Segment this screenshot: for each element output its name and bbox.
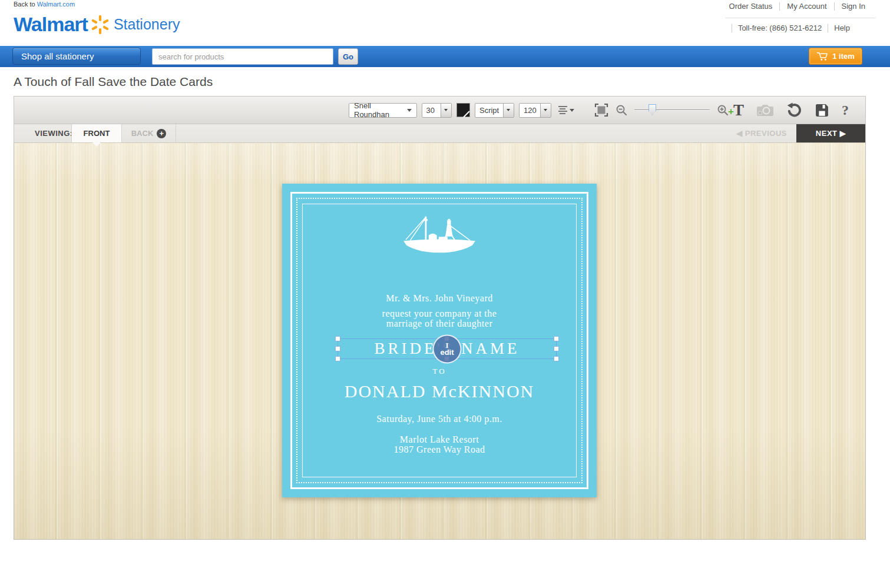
- font-size-value: 30: [426, 106, 441, 115]
- divider: [828, 24, 828, 32]
- leading-value: 120: [524, 106, 540, 115]
- my-account-link[interactable]: My Account: [780, 2, 833, 11]
- align-center-icon: [558, 106, 567, 114]
- fit-icon: [594, 103, 608, 117]
- card-venue-name[interactable]: Marlot Lake Resort: [282, 434, 597, 445]
- header-support-links: Toll-free: (866) 521-6212 Help: [732, 24, 850, 32]
- save-button[interactable]: [815, 103, 829, 118]
- header-account-links: Order Status My Account Sign In: [722, 2, 872, 11]
- zoom-slider-handle[interactable]: [649, 104, 656, 115]
- back-prefix: Back to: [14, 1, 35, 8]
- search-input[interactable]: [152, 48, 333, 65]
- card-hosts-line[interactable]: Mr. & Mrs. John Vineyard: [282, 293, 597, 304]
- zoom-out-button[interactable]: [616, 104, 627, 116]
- zoom-controls: [594, 103, 729, 117]
- card-invite-line-2[interactable]: marriage of their daughter: [282, 318, 597, 329]
- help-link[interactable]: Help: [834, 24, 850, 32]
- font-style-dropdown-button[interactable]: [503, 104, 514, 117]
- walmart-stationery-editor: Back to Walmart.com Walmart Stationery O…: [0, 0, 890, 588]
- font-family-select[interactable]: Snell Roundhan: [349, 103, 417, 118]
- cart-button[interactable]: 1 item: [809, 48, 862, 65]
- search-area: Go: [152, 48, 358, 65]
- selection-handle[interactable]: [335, 336, 340, 341]
- divider: [732, 24, 732, 32]
- undo-icon: [786, 102, 802, 118]
- viewing-bar: VIEWING: FRONT BACK + ◀ PREVIOUS NEXT ▶: [14, 124, 866, 142]
- card-invite-line-1[interactable]: request your company at the: [282, 308, 597, 319]
- next-label: NEXT: [816, 129, 838, 138]
- chevron-down-icon: [507, 109, 510, 111]
- sign-in-link[interactable]: Sign In: [835, 2, 872, 11]
- next-arrow-icon: ▶: [840, 129, 846, 138]
- font-color-swatch[interactable]: [456, 103, 470, 117]
- zoom-out-icon: [616, 104, 627, 116]
- next-button[interactable]: NEXT ▶: [796, 124, 865, 142]
- tab-back-label: BACK: [131, 129, 154, 138]
- search-go-button[interactable]: Go: [338, 48, 358, 65]
- plus-icon: +: [728, 104, 734, 119]
- tab-back[interactable]: BACK +: [122, 124, 176, 142]
- selection-handle[interactable]: [335, 356, 340, 361]
- shop-all-stationery-button[interactable]: Shop all stationery: [12, 48, 141, 65]
- card-groom-name[interactable]: DONALD McKINNON: [282, 381, 597, 401]
- selection-handle[interactable]: [335, 346, 340, 351]
- selected-text-box[interactable]: BRIDE'S NAME I edit: [338, 338, 557, 359]
- prev-arrow-icon: ◀: [736, 129, 743, 138]
- fit-to-screen-button[interactable]: [594, 103, 608, 117]
- save-the-date-card[interactable]: Mr. & Mrs. John Vineyard request your co…: [282, 184, 597, 497]
- chevron-down-icon: [444, 109, 448, 111]
- zoom-slider-track: [634, 109, 710, 110]
- add-back-icon: +: [157, 129, 166, 138]
- previous-button[interactable]: ◀ PREVIOUS: [736, 124, 787, 142]
- chevron-down-icon: [570, 109, 574, 112]
- page-title: A Touch of Fall Save the Date Cards: [14, 75, 213, 89]
- walmart-com-link[interactable]: Walmart.com: [37, 1, 75, 8]
- walmart-spark-icon: [90, 15, 110, 35]
- text-align-control[interactable]: [558, 106, 574, 114]
- help-button[interactable]: ?: [842, 102, 849, 118]
- stationery-wordmark: Stationery: [114, 16, 180, 33]
- leading-dropdown-button[interactable]: [540, 104, 551, 117]
- chevron-down-icon: [407, 109, 412, 112]
- cart-count: 1 item: [832, 52, 855, 61]
- selection-handle[interactable]: [554, 336, 559, 341]
- font-size-dropdown-button[interactable]: [441, 104, 451, 117]
- tab-front[interactable]: FRONT: [71, 124, 122, 142]
- editor-toolbar: Snell Roundhan 30 Script 120: [14, 96, 866, 124]
- toolbar-action-icons: T+: [733, 102, 849, 118]
- undo-button[interactable]: [786, 102, 802, 118]
- header-divider-rule: [725, 18, 875, 18]
- camera-icon: [756, 104, 774, 117]
- back-to-walmart: Back to Walmart.com: [14, 1, 75, 8]
- selection-handle[interactable]: [554, 346, 559, 351]
- card-editor: Snell Roundhan 30 Script 120: [14, 96, 866, 540]
- add-text-button[interactable]: T+: [733, 102, 744, 118]
- previous-label: PREVIOUS: [745, 129, 787, 138]
- edit-label: edit: [440, 348, 454, 356]
- edit-text-button[interactable]: I edit: [433, 334, 462, 363]
- main-nav-bar: Shop all stationery Go 1 item: [0, 46, 890, 67]
- selection-handle[interactable]: [554, 356, 559, 361]
- card-venue-address[interactable]: 1987 Green Way Road: [282, 444, 597, 455]
- card-to-text[interactable]: TO: [282, 367, 597, 376]
- save-floppy-icon: [815, 103, 829, 118]
- walmart-wordmark: Walmart: [14, 13, 88, 36]
- order-status-link[interactable]: Order Status: [722, 2, 780, 11]
- design-canvas[interactable]: Mr. & Mrs. John Vineyard request your co…: [14, 142, 866, 540]
- boat-illustration: [401, 214, 478, 257]
- cart-icon: [816, 51, 828, 61]
- zoom-in-icon: [717, 104, 729, 116]
- font-family-value: Snell Roundhan: [354, 101, 407, 119]
- viewing-label: VIEWING:: [35, 124, 73, 142]
- card-date-line[interactable]: Saturday, June 5th at 4:00 p.m.: [282, 414, 597, 424]
- brand-logo[interactable]: Walmart Stationery: [14, 13, 180, 36]
- tollfree-number: Toll-free: (866) 521-6212: [738, 24, 822, 32]
- add-photo-button[interactable]: [756, 104, 774, 117]
- font-style-select[interactable]: Script: [475, 103, 514, 118]
- zoom-slider[interactable]: [634, 104, 710, 116]
- leading-select[interactable]: 120: [519, 103, 551, 118]
- zoom-in-button[interactable]: [717, 104, 729, 116]
- font-size-select[interactable]: 30: [422, 103, 452, 118]
- font-style-value: Script: [479, 106, 503, 115]
- chevron-down-icon: [544, 109, 547, 111]
